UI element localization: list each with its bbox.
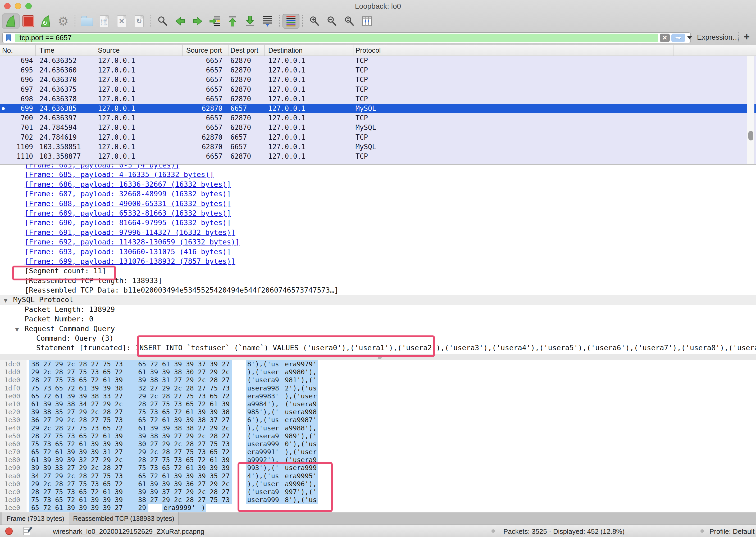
column-header-source-port[interactable]: Source port (182, 45, 229, 56)
go-back-button[interactable] (172, 14, 189, 29)
packet-row[interactable]: 695 24.636360 127.0.0.1 6657 62870 127.0… (0, 65, 756, 75)
hex-bytes[interactable]: 34 27 29 2c 28 27 75 7365 72 61 39 39 39… (29, 472, 232, 480)
detail-row[interactable]: [Frame: 683, payload: 0-3 (4 bytes)] (0, 164, 756, 170)
hex-ascii[interactable]: era9983'),('user (246, 392, 318, 400)
hex-ascii[interactable]: ),('usera9996'), (246, 480, 318, 488)
detail-row[interactable]: Command: Query (3) (0, 334, 756, 343)
packet-row[interactable]: 700 24.636397 127.0.0.1 6657 62870 127.0… (0, 113, 756, 123)
hex-ascii[interactable]: usera9982'),('us (246, 384, 318, 392)
filter-bookmark-button[interactable] (3, 33, 14, 43)
hex-bytes[interactable]: 28 27 75 73 65 72 61 3939 38 39 27 29 2c… (29, 432, 232, 440)
hex-bytes[interactable]: 28 27 75 73 65 72 61 3939 38 31 27 29 2c… (29, 376, 232, 384)
packet-row[interactable]: 1110 103.358877 127.0.0.1 6657 62870 127… (0, 151, 756, 161)
hex-row[interactable]: 1de028 27 75 73 65 72 61 3939 38 31 27 2… (0, 376, 756, 384)
column-header-source[interactable]: Source (94, 45, 182, 56)
hex-bytes[interactable]: 36 27 29 2c 28 27 75 7365 72 61 39 39 38… (29, 416, 232, 424)
add-filter-button[interactable]: + (744, 31, 750, 43)
detail-row[interactable]: [Frame: 693, payload: 130660-131075 (416… (0, 247, 756, 257)
go-to-top-button[interactable] (224, 14, 241, 29)
hex-bytes[interactable]: 38 27 29 2c 28 27 75 7365 72 61 39 39 37… (29, 360, 232, 368)
detail-row[interactable]: ▼Request Command Query (0, 324, 756, 334)
detail-row[interactable]: [Segment count: 11] (0, 266, 756, 276)
hex-row[interactable]: 1eb029 2c 28 27 75 73 65 7261 39 39 39 3… (0, 480, 756, 488)
detail-row[interactable]: Packet Length: 138929 (0, 305, 756, 314)
hex-ascii[interactable]: era9999') (162, 504, 206, 512)
expand-caret-icon[interactable]: ▼ (4, 296, 13, 305)
zoom-out-button[interactable] (323, 14, 341, 29)
hex-row[interactable]: 1ec028 27 75 73 65 72 61 3939 39 37 27 2… (0, 488, 756, 496)
column-header-time[interactable]: Time (36, 45, 94, 56)
hex-row[interactable]: 1ed075 73 65 72 61 39 39 3938 27 29 2c 2… (0, 496, 756, 504)
hex-ascii[interactable]: usera9998'),('us (246, 496, 318, 504)
pane-splitter[interactable] (0, 354, 756, 360)
hex-row[interactable]: 1e3036 27 29 2c 28 27 75 7365 72 61 39 3… (0, 416, 756, 424)
resize-columns-button[interactable] (358, 14, 376, 29)
filter-clear-button[interactable]: ✕ (660, 34, 670, 42)
hex-bytes[interactable]: 39 39 33 27 29 2c 28 2775 73 65 72 61 39… (29, 464, 232, 472)
packet-row[interactable]: 698 24.636378 127.0.0.1 6657 62870 127.0… (0, 94, 756, 104)
hex-bytes[interactable]: 39 38 35 27 29 2c 28 2775 73 65 72 61 39… (29, 408, 232, 416)
hex-row[interactable]: 1e0065 72 61 39 39 38 33 2729 2c 28 27 7… (0, 392, 756, 400)
column-header-destination[interactable]: Destination (264, 45, 353, 56)
hex-ascii[interactable]: ('usera9997'),(' (246, 488, 318, 496)
hex-row[interactable]: 1e6075 73 65 72 61 39 39 3930 27 29 2c 2… (0, 440, 756, 448)
hex-bytes[interactable]: 28 27 75 73 65 72 61 3939 39 37 27 29 2c… (29, 488, 232, 496)
hex-ascii[interactable]: 993'),('usera999 (246, 464, 318, 472)
packet-list-scrollbar[interactable] (747, 56, 754, 164)
detail-row[interactable]: [Frame: 687, payload: 32668-48999 (16332… (0, 189, 756, 199)
detail-row[interactable]: Packet Number: 0 (0, 314, 756, 324)
hex-ascii[interactable]: a9992'),('usera9 (246, 456, 318, 464)
detail-row[interactable]: [Frame: 699, payload: 131076-138932 (785… (0, 257, 756, 266)
column-header-dest-port[interactable]: Dest port (229, 45, 264, 56)
tab-reassembled-tcp[interactable]: Reassembled TCP (138933 bytes) (69, 513, 179, 524)
restart-capture-button[interactable]: ↻ (37, 14, 55, 29)
expand-caret-icon[interactable]: ▼ (15, 325, 24, 334)
go-forward-button[interactable] (189, 14, 206, 29)
display-filter-input[interactable]: tcp.port == 6657 ✕ (2, 32, 691, 43)
hex-row[interactable]: 1e9039 39 33 27 29 2c 28 2775 73 65 72 6… (0, 464, 756, 472)
tab-frame[interactable]: Frame (7913 bytes) (2, 513, 69, 524)
packet-row[interactable]: 701 24.784594 127.0.0.1 6657 62870 127.0… (0, 123, 756, 132)
hex-bytes[interactable]: 75 73 65 72 61 39 39 3938 27 29 2c 28 27… (29, 496, 232, 504)
hex-row[interactable]: 1e4029 2c 28 27 75 73 65 7261 39 39 38 3… (0, 424, 756, 432)
auto-scroll-button[interactable] (259, 14, 276, 29)
hex-ascii[interactable]: ('usera9981'),(' (246, 376, 318, 384)
hex-ascii[interactable]: usera9990'),('us (246, 440, 318, 448)
column-header-no[interactable]: No. (0, 45, 36, 56)
hex-bytes[interactable]: 61 39 39 38 34 27 29 2c28 27 75 73 65 72… (29, 400, 232, 408)
go-to-packet-button[interactable] (206, 14, 224, 29)
detail-row[interactable]: [Frame: 688, payload: 49000-65331 (16332… (0, 199, 756, 208)
hex-row[interactable]: 1dd029 2c 28 27 75 73 65 7261 39 39 38 3… (0, 368, 756, 376)
stop-capture-button[interactable] (20, 14, 37, 29)
open-file-button[interactable] (78, 14, 96, 29)
hex-row[interactable]: 1e1061 39 39 38 34 27 29 2c28 27 75 73 6… (0, 400, 756, 408)
detail-row[interactable]: [Reassembled TCP Data: b11e020003494e534… (0, 285, 756, 295)
save-file-button[interactable]: 010100110101110 (96, 14, 113, 29)
filter-history-dropdown[interactable] (687, 36, 692, 39)
detail-row[interactable]: Statement [truncated]: INSERT INTO `test… (0, 343, 756, 352)
hex-bytes[interactable]: 29 2c 28 27 75 73 65 7261 39 39 38 38 27… (29, 424, 232, 432)
scrollbar-thumb[interactable] (748, 131, 753, 141)
capture-comment-icon[interactable] (23, 527, 30, 535)
detail-row[interactable]: [Frame: 686, payload: 16336-32667 (16332… (0, 180, 756, 189)
splitter-thumb-icon[interactable] (378, 355, 382, 359)
zoom-in-button[interactable] (306, 14, 323, 29)
hex-bytes[interactable]: 65 72 61 39 39 39 39 2729 (29, 504, 148, 512)
hex-row[interactable]: 1e8061 39 39 39 32 27 29 2c28 27 75 73 6… (0, 456, 756, 464)
column-header-protocol[interactable]: Protocol (353, 45, 673, 56)
hex-row[interactable]: 1df075 73 65 72 61 39 39 3832 27 29 2c 2… (0, 384, 756, 392)
detail-row[interactable]: [Frame: 691, payload: 97996-114327 (1633… (0, 228, 756, 237)
hex-ascii[interactable]: a9984'),('usera9 (246, 400, 318, 408)
hex-ascii[interactable]: ('usera9989'),(' (246, 432, 318, 440)
hex-bytes[interactable]: 29 2c 28 27 75 73 65 7261 39 39 38 30 27… (29, 368, 232, 376)
hex-ascii[interactable]: 6'),('usera9987' (246, 416, 318, 424)
detail-row[interactable]: [Frame: 690, payload: 81664-97995 (16332… (0, 218, 756, 227)
packet-row[interactable]: 697 24.636375 127.0.0.1 6657 62870 127.0… (0, 85, 756, 94)
profile-status[interactable]: Profile: Default (709, 527, 755, 536)
detail-row[interactable]: [Frame: 692, payload: 114328-130659 (163… (0, 237, 756, 247)
packet-row[interactable]: 702 24.784619 127.0.0.1 62870 6657 127.0… (0, 133, 756, 142)
packet-row[interactable]: 696 24.636370 127.0.0.1 6657 62870 127.0… (0, 75, 756, 84)
expert-info-icon[interactable] (5, 527, 13, 535)
zoom-original-button[interactable] (341, 14, 358, 29)
hex-row[interactable]: 1e7065 72 61 39 39 39 31 2729 2c 28 27 7… (0, 448, 756, 456)
